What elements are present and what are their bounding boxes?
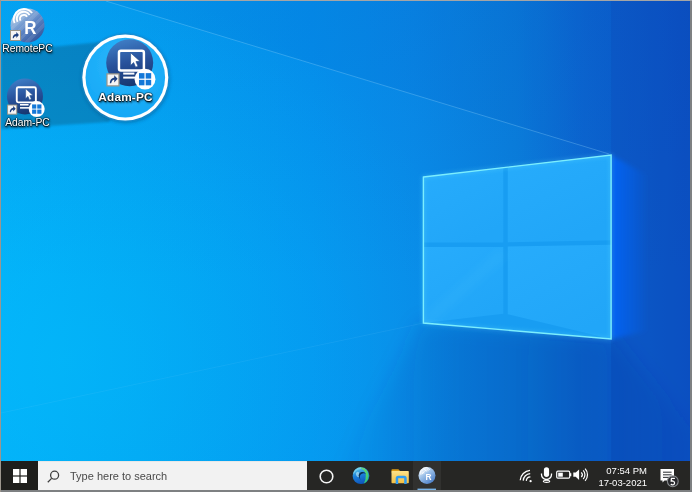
svg-text:R: R <box>425 471 432 482</box>
